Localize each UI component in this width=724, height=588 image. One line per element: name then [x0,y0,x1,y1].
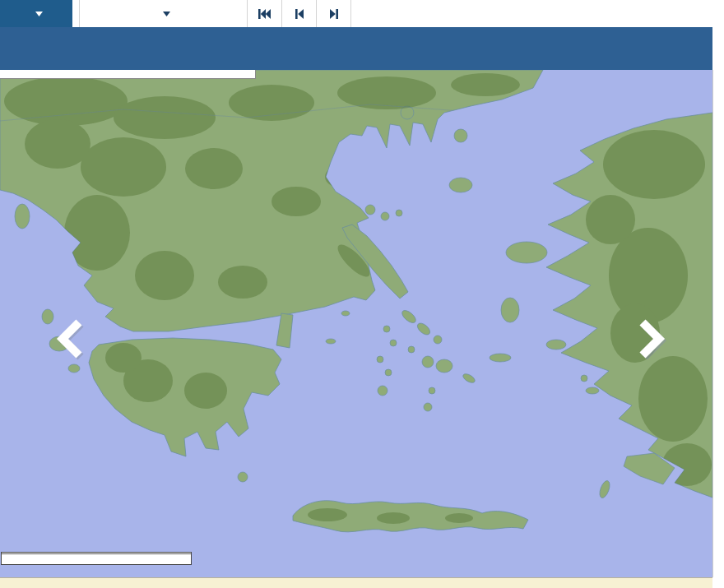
beaufort-scale [2,553,191,564]
disclaimer-strip [0,577,712,588]
skip-to-first-button[interactable] [248,0,282,27]
disclaimer-text [0,578,712,580]
chevron-down-icon [163,12,170,16]
weather-map-area [0,70,713,577]
skip-to-first-icon [258,7,272,21]
weather-app [0,0,724,588]
step-back-button[interactable] [282,0,317,27]
previous-region-arrow[interactable] [53,316,86,362]
chevron-down-icon [35,12,43,16]
chevron-left-icon [53,316,86,362]
datetime-dropdown-button[interactable] [79,0,248,27]
toolbar [0,0,712,27]
time-selector-bar [0,27,712,70]
weather-map [0,70,712,577]
forecast-info-box [0,70,256,79]
next-region-arrow[interactable] [636,316,669,362]
chevron-right-icon [636,316,669,362]
step-forward-icon [327,7,341,21]
step-forward-button[interactable] [317,0,351,27]
region-dropdown-button[interactable] [0,0,72,27]
wind-legend [1,552,192,565]
step-back-icon [293,7,306,21]
